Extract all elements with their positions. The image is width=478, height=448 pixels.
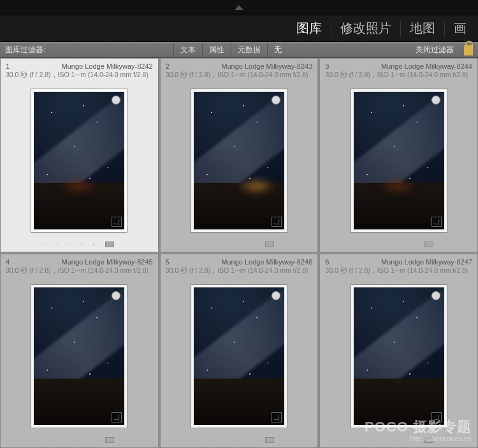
filter-label: 图库过滤器:	[0, 45, 50, 55]
thumb-filename: Mungo Lodge Milkyway-8245	[62, 258, 153, 266]
color-label-chip[interactable]	[105, 242, 114, 247]
edit-badge-icon	[431, 217, 442, 227]
thumbnail-cell[interactable]: 4 Mungo Lodge Milkyway-8245 30.0 秒 (f / …	[0, 254, 159, 448]
thumb-index: 2	[166, 62, 170, 70]
edit-badge-icon	[112, 412, 122, 423]
thumb-index: 5	[166, 258, 170, 266]
module-map[interactable]: 地图	[401, 17, 444, 40]
module-library[interactable]: 图库	[287, 17, 331, 40]
thumb-footer: · · · · ·	[6, 239, 153, 249]
edit-badge-icon	[272, 412, 282, 423]
thumb-filename: Mungo Lodge Milkyway-8247	[381, 258, 472, 266]
light-glow	[237, 178, 275, 194]
thumb-image[interactable]	[191, 285, 287, 428]
flag-icon[interactable]	[431, 96, 440, 105]
thumb-filename: Mungo Lodge Milkyway-8246	[221, 258, 312, 266]
edit-badge-icon	[112, 217, 122, 227]
color-label-chip[interactable]	[265, 437, 274, 443]
thumb-metadata: 30.0 秒 (f / 2.8)，ISO 1···m (14.0-24.0 mm…	[325, 266, 472, 275]
flag-icon[interactable]	[272, 291, 280, 300]
panel-collapse-bar[interactable]	[0, 0, 478, 15]
rating-dots[interactable]: · · · · ·	[204, 241, 259, 247]
edit-badge-icon	[272, 217, 282, 227]
thumb-filename: Mungo Lodge Milkyway-8244	[381, 62, 472, 70]
thumbnail-cell[interactable]: 5 Mungo Lodge Milkyway-8246 30.0 秒 (f / …	[160, 254, 319, 448]
thumbnail-cell[interactable]: 2 Mungo Lodge Milkyway-8243 30.0 秒 (f / …	[160, 58, 319, 252]
edit-badge-icon	[431, 412, 442, 423]
thumb-metadata: 30.0 秒 (f / 2.8)，ISO 1···m (14.0-24.0 mm…	[325, 71, 472, 80]
thumb-index: 3	[325, 62, 329, 70]
thumb-footer: · · · · ·	[325, 435, 472, 445]
horizon	[34, 379, 124, 425]
rating-dots[interactable]: · · · · ·	[204, 437, 259, 443]
thumb-footer: · · · · ·	[6, 435, 153, 445]
thumb-metadata: 30.0 秒 (f / 2.8)，ISO 1···m (14.0-24.0 mm…	[166, 71, 313, 80]
thumb-image[interactable]	[31, 89, 127, 232]
library-filter-bar: 图库过滤器: 文本 属性 元数据 无 关闭过滤器	[0, 42, 478, 58]
thumb-index: 4	[6, 258, 10, 266]
thumbnail-cell[interactable]: 1 Mungo Lodge Milkyway-8242 30.0 秒 (f / …	[0, 58, 159, 252]
module-picker: 图库 修改照片 地图 画	[0, 15, 478, 42]
rating-dots[interactable]: · · · · ·	[45, 437, 99, 443]
color-label-chip[interactable]	[424, 437, 433, 443]
light-glow	[379, 178, 417, 194]
thumb-image[interactable]	[351, 285, 447, 428]
thumb-index: 6	[325, 258, 329, 266]
thumbnail-grid: 1 Mungo Lodge Milkyway-8242 30.0 秒 (f / …	[0, 58, 478, 448]
thumb-index: 1	[6, 62, 10, 70]
chevron-up-icon	[235, 5, 243, 10]
rating-dots[interactable]: · · · · ·	[364, 437, 419, 443]
thumb-filename: Mungo Lodge Milkyway-8243	[221, 62, 312, 70]
color-label-chip[interactable]	[105, 437, 114, 443]
flag-icon[interactable]	[431, 291, 440, 300]
lock-icon[interactable]	[464, 45, 473, 55]
color-label-chip[interactable]	[265, 242, 274, 247]
thumb-footer: · · · · ·	[166, 435, 313, 445]
thumbnail-cell[interactable]: 6 Mungo Lodge Milkyway-8247 30.0 秒 (f / …	[319, 254, 478, 448]
thumb-filename: Mungo Lodge Milkyway-8242	[62, 62, 153, 70]
thumb-footer: · · · · ·	[166, 239, 313, 249]
filter-attribute[interactable]: 属性	[202, 43, 231, 57]
module-develop[interactable]: 修改照片	[331, 17, 400, 40]
filter-text[interactable]: 文本	[173, 43, 202, 57]
flag-icon[interactable]	[272, 96, 280, 105]
thumb-image[interactable]	[191, 89, 287, 232]
filter-metadata[interactable]: 元数据	[231, 43, 267, 57]
filter-none[interactable]: 无	[267, 43, 288, 57]
thumb-footer: · · · · ·	[325, 239, 472, 249]
thumb-image[interactable]	[351, 89, 447, 232]
thumb-metadata: 30.0 秒 (f / 2.8)，ISO 1···m (14.0-24.0 mm…	[6, 266, 153, 275]
thumb-metadata: 30.0 秒 (f / 2.8)，ISO 1···m (14.0-24.0 mm…	[166, 266, 313, 275]
horizon	[354, 379, 444, 425]
color-label-chip[interactable]	[424, 242, 433, 247]
rating-dots[interactable]: · · · · ·	[364, 241, 419, 247]
thumb-metadata: 30.0 秒 (f / 2.8)，ISO 1···m (14.0-24.0 mm…	[6, 71, 153, 80]
module-extra[interactable]: 画	[445, 17, 475, 40]
thumbnail-cell[interactable]: 3 Mungo Lodge Milkyway-8244 30.0 秒 (f / …	[319, 58, 478, 252]
light-glow	[59, 178, 98, 194]
filter-close[interactable]: 关闭过滤器	[410, 45, 459, 55]
thumb-image[interactable]	[31, 285, 127, 428]
rating-dots[interactable]: · · · · ·	[45, 241, 99, 247]
horizon	[194, 379, 284, 425]
